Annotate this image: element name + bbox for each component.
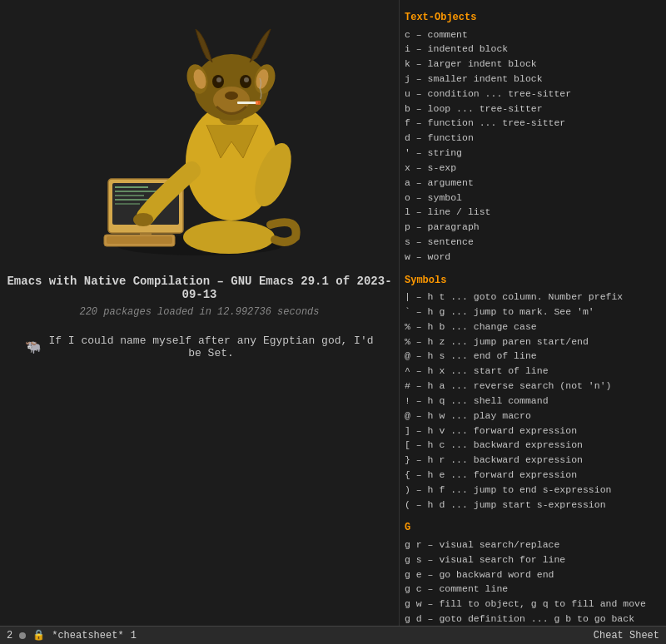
text-objects-title: Text-Objects <box>405 10 659 26</box>
list-item: ' – string <box>405 146 659 161</box>
list-item: g r – visual search/replace <box>405 537 659 552</box>
svg-point-23 <box>225 92 238 100</box>
app-title: Emacs with Native Compilation – GNU Emac… <box>0 275 399 301</box>
list-item: } – h r ... backward expression <box>405 453 659 468</box>
svg-point-15 <box>133 213 153 226</box>
text-objects-list: c – commenti – indented blockk – larger … <box>405 27 659 265</box>
list-item: f – function ... tree-sitter <box>405 116 659 131</box>
symbols-title: Symbols <box>405 273 659 289</box>
list-item: | – h t ... goto column. Number prefix <box>405 290 659 305</box>
status-num2: 1 <box>131 630 137 642</box>
list-item: g d – goto definition ... g b to go back <box>405 612 659 627</box>
list-item: g s – visual search for line <box>405 552 659 567</box>
list-item: ] – h v ... forward expression <box>405 424 659 438</box>
list-item: ^ – h x ... start of line <box>405 364 659 379</box>
svg-point-12 <box>183 220 275 254</box>
list-item: ! – h q ... shell command <box>405 394 659 409</box>
list-item: g w – fill to object, g q to fill and mo… <box>405 597 659 612</box>
svg-rect-4 <box>115 191 161 192</box>
status-bar: 2 🔒 *cheatsheet* 1 Cheat Sheet <box>0 626 666 644</box>
symbols-list: | – h t ... goto column. Number prefix` … <box>405 290 659 512</box>
list-item: ( – h d ... jump start s-expression <box>405 498 659 513</box>
gnu-mascot-image <box>83 17 316 258</box>
list-item: p – paragraph <box>405 220 659 235</box>
list-item: # – h a ... reverse search (not 'n') <box>405 379 659 394</box>
list-item: l – line / list <box>405 205 659 220</box>
splash-message: 🐃 If I could name myself after any Egypt… <box>0 334 399 359</box>
list-item: ` – h g ... jump to mark. See 'm' <box>405 305 659 320</box>
list-item: g e – go backward word end <box>405 567 659 582</box>
list-item: d – function <box>405 131 659 146</box>
list-item: k – larger indent block <box>405 57 659 72</box>
svg-point-26 <box>216 77 221 82</box>
list-item: c – comment <box>405 27 659 42</box>
status-num: 2 <box>7 630 12 642</box>
status-filename: *cheatsheet* <box>52 630 123 642</box>
list-item: [ – h c ... backward expression <box>405 438 659 453</box>
status-file-icons: 🔒 <box>32 629 45 642</box>
left-panel: Emacs with Native Compilation – GNU Emac… <box>0 0 400 644</box>
svg-point-27 <box>244 77 249 82</box>
status-right-label: Cheat Sheet <box>594 630 659 642</box>
svg-rect-7 <box>115 203 140 205</box>
list-item: { – h e ... forward expression <box>405 468 659 483</box>
list-item: g c – comment line <box>405 582 659 597</box>
packages-loaded: 220 packages loaded in 12.992736 seconds <box>79 306 319 318</box>
list-item: ) – h f ... jump to end s-expression <box>405 483 659 498</box>
g-title: G <box>405 520 659 536</box>
emacs-icon: 🐃 <box>25 339 42 355</box>
svg-rect-5 <box>115 195 144 196</box>
svg-rect-11 <box>107 236 172 244</box>
list-item: b – loop ... tree-sitter <box>405 102 659 116</box>
list-item: x – s-exp <box>405 161 659 176</box>
right-panel: Text-Objects c – commenti – indented blo… <box>400 0 666 644</box>
splash-text: If I could name myself after any Egyptia… <box>48 334 374 359</box>
list-item: j – smaller indent block <box>405 72 659 87</box>
svg-rect-28 <box>237 102 258 104</box>
list-item: s – sentence <box>405 235 659 250</box>
list-item: @ – h s ... end of line <box>405 349 659 364</box>
list-item: u – condition ... tree-sitter <box>405 87 659 102</box>
list-item: a – argument <box>405 176 659 191</box>
status-indicator <box>19 632 26 639</box>
list-item: i – indented block <box>405 42 659 57</box>
svg-rect-3 <box>115 186 148 188</box>
list-item: w – word <box>405 250 659 265</box>
list-item: @ – h w ... play macro <box>405 409 659 424</box>
list-item: % – h z ... jump paren start/end <box>405 334 659 349</box>
list-item: o – symbol <box>405 191 659 206</box>
list-item: % – h b ... change case <box>405 320 659 334</box>
svg-rect-29 <box>256 101 261 105</box>
